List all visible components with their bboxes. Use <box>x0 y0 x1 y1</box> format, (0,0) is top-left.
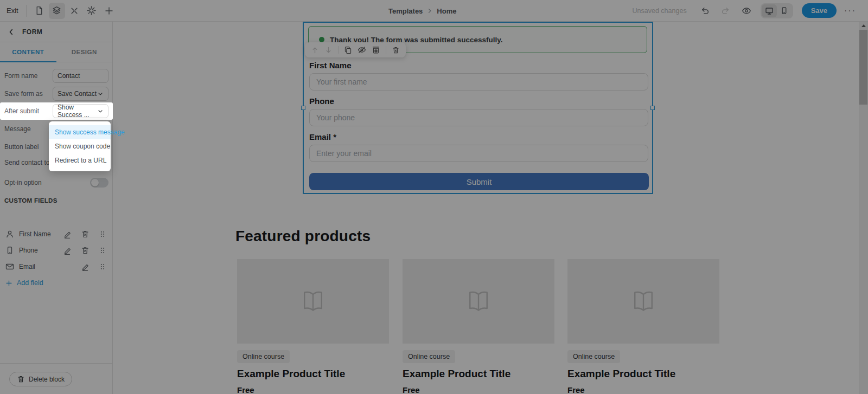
product-card[interactable]: Online course Example Product Title Free <box>567 259 719 394</box>
after-submit-select[interactable]: Show Success ... <box>53 104 108 118</box>
document-icon <box>35 6 44 15</box>
split-tool-button[interactable] <box>66 3 82 19</box>
smartphone-icon <box>780 7 788 15</box>
email-input[interactable] <box>309 145 648 162</box>
opt-in-toggle[interactable] <box>90 178 108 188</box>
edit-icon[interactable] <box>81 262 90 271</box>
custom-field-label: Phone <box>19 247 38 254</box>
edit-icon[interactable] <box>63 230 72 238</box>
pages-button[interactable] <box>31 3 48 19</box>
book-icon <box>298 287 328 316</box>
menu-item-show-coupon-code[interactable]: Show coupon code <box>49 139 111 153</box>
product-image-placeholder <box>403 259 554 344</box>
eye-icon <box>742 6 751 16</box>
save-block-icon[interactable] <box>372 46 380 54</box>
product-card[interactable]: Online course Example Product Title Free <box>237 259 389 394</box>
opt-in-label: Opt-in option <box>4 179 42 186</box>
selected-form-block[interactable]: Thank you! The form was submitted succes… <box>303 22 653 194</box>
product-image-placeholder <box>237 259 389 344</box>
panel-header: FORM <box>0 22 112 42</box>
settings-button[interactable] <box>84 3 100 19</box>
button-label-label: Button label <box>4 143 39 151</box>
toolbar-divider <box>26 5 27 17</box>
product-price: Free <box>403 385 554 394</box>
blocks-button[interactable] <box>49 3 65 19</box>
opt-in-row: Opt-in option <box>0 173 113 191</box>
exit-button[interactable]: Exit <box>5 7 26 15</box>
after-submit-row: After submit Show Success ... <box>0 102 113 120</box>
add-button[interactable] <box>101 3 117 19</box>
plus-icon <box>5 280 12 287</box>
delete-field-icon[interactable] <box>81 246 90 255</box>
form-name-field-wrap <box>53 69 108 83</box>
panel-tabs: CONTENT DESIGN <box>0 42 112 62</box>
save-form-as-value: Save Contact <box>58 90 97 98</box>
trash-icon <box>17 375 25 383</box>
toolbar-divider <box>386 46 386 54</box>
scrollbar-up-arrow[interactable] <box>859 22 868 30</box>
editor-window: Exit <box>0 0 868 394</box>
tab-design[interactable]: DESIGN <box>56 42 113 62</box>
phone-icon <box>5 246 14 255</box>
toolbar-right: Unsaved changes <box>633 3 868 19</box>
form-name-label: Form name <box>4 72 37 80</box>
undo-button[interactable] <box>697 3 713 19</box>
page-canvas: Thank you! The form was submitted succes… <box>113 22 859 394</box>
product-card[interactable]: Online course Example Product Title Free <box>403 259 554 394</box>
resize-handle-left[interactable] <box>301 106 305 110</box>
scrollbar-thumb[interactable] <box>859 30 867 105</box>
product-badge: Online course <box>567 350 620 363</box>
desktop-view-button[interactable] <box>762 4 777 17</box>
product-title: Example Product Title <box>567 368 719 380</box>
first-name-input[interactable] <box>309 73 648 91</box>
delete-block-label: Delete block <box>29 376 65 383</box>
delete-block-button[interactable]: Delete block <box>9 372 72 386</box>
product-title: Example Product Title <box>237 368 389 380</box>
email-icon <box>5 262 14 271</box>
mobile-view-button[interactable] <box>777 4 792 17</box>
drag-handle-icon[interactable] <box>99 263 106 270</box>
duplicate-icon[interactable] <box>344 46 352 54</box>
success-dot-icon <box>319 37 324 42</box>
save-button[interactable]: Save <box>802 3 837 18</box>
product-image-placeholder <box>567 259 719 344</box>
hide-block-icon[interactable] <box>358 46 366 54</box>
menu-item-show-success-message[interactable]: Show success message <box>49 125 111 139</box>
move-up-icon[interactable] <box>311 46 319 54</box>
redo-button[interactable] <box>718 3 734 19</box>
move-down-icon[interactable] <box>324 46 333 54</box>
drag-handle-icon[interactable] <box>99 230 106 238</box>
form-name-input[interactable] <box>58 72 104 80</box>
submit-button[interactable]: Submit <box>309 173 649 190</box>
toolbar-divider <box>338 46 339 54</box>
field-actions <box>63 230 106 238</box>
gear-icon <box>87 6 96 15</box>
delete-block-icon[interactable] <box>392 46 400 54</box>
save-form-as-select[interactable]: Save Contact <box>53 87 108 101</box>
product-price: Free <box>237 385 389 394</box>
menu-item-redirect-to-url[interactable]: Redirect to a URL <box>49 153 111 167</box>
product-badge: Online course <box>403 350 455 363</box>
toggle-knob <box>91 179 99 186</box>
resize-handle-right[interactable] <box>650 106 655 110</box>
preview-button[interactable] <box>738 3 755 19</box>
custom-field-label: Email <box>19 263 35 270</box>
phone-input[interactable] <box>309 109 648 126</box>
delete-field-icon[interactable] <box>81 230 90 238</box>
chevron-right-icon <box>426 8 433 14</box>
add-field-button[interactable]: Add field <box>5 276 43 289</box>
custom-field-row-phone: Phone <box>0 242 113 259</box>
edit-icon[interactable] <box>63 246 72 255</box>
breadcrumb: Templates Home <box>388 0 456 22</box>
drag-handle-icon[interactable] <box>99 247 106 254</box>
undo-icon <box>700 6 710 15</box>
block-toolbar <box>305 42 406 57</box>
more-options-button[interactable]: ··· <box>840 6 860 16</box>
back-button[interactable] <box>8 28 15 36</box>
product-price: Free <box>567 385 719 394</box>
breadcrumb-templates[interactable]: Templates <box>388 7 423 15</box>
featured-products-heading: Featured products <box>235 228 371 245</box>
tab-content[interactable]: CONTENT <box>0 42 56 62</box>
field-actions <box>81 262 106 271</box>
chevron-down-icon <box>97 91 104 97</box>
